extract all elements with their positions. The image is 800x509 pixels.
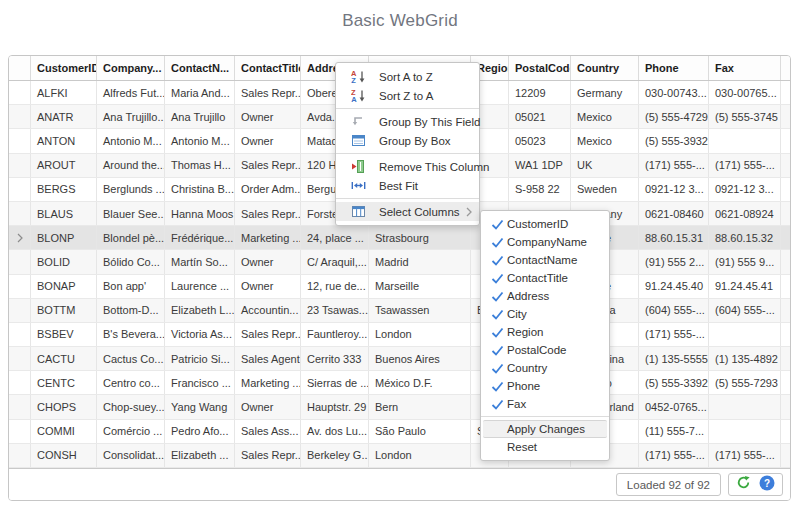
grid-row-BSBEV[interactable]: BSBEVB's Bevera...Victoria As...Sales Re… xyxy=(9,323,790,347)
cell-BOTTM-contactn[interactable]: Elizabeth L... xyxy=(165,299,235,322)
cell-AROUT-postalcode[interactable]: WA1 1DP xyxy=(509,154,571,177)
cell-ANTON-phone[interactable]: (5) 555-3932 xyxy=(639,129,709,152)
header-cell-customerid[interactable]: CustomerID xyxy=(31,56,97,80)
cell-CACTU-city[interactable]: Buenos Aires xyxy=(369,347,471,370)
cell-BLONP-city[interactable]: Strasbourg xyxy=(369,226,471,249)
cell-BOLID-company[interactable]: Bólido Co... xyxy=(97,250,165,273)
cell-CONSH-company[interactable]: Consolidat... xyxy=(97,444,165,467)
cell-CACTU-customerid[interactable]: CACTU xyxy=(31,347,97,370)
cell-BLONP-contacttitle[interactable]: Marketing ... xyxy=(235,226,301,249)
cell-CHOPS-city[interactable]: Bern xyxy=(369,395,471,418)
cell-ALFKI-fax[interactable]: 030-00765... xyxy=(709,81,781,104)
chooser-action-reset[interactable]: Reset xyxy=(481,438,609,456)
cell-BONAP-addre[interactable]: 12, rue de... xyxy=(301,275,369,298)
cell-BOTTM-customerid[interactable]: BOTTM xyxy=(31,299,97,322)
cell-ANATR-company[interactable]: Ana Trujillo... xyxy=(97,105,165,128)
cell-CACTU-contactn[interactable]: Patricio Si... xyxy=(165,347,235,370)
header-cell-company[interactable]: Company... xyxy=(97,56,165,80)
cell-BLAUS-company[interactable]: Blauer See... xyxy=(97,202,165,225)
cell-AROUT-contacttitle[interactable]: Sales Repr... xyxy=(235,154,301,177)
grid-row-BOLID[interactable]: BOLIDBólido Co...Martín So...OwnerC/ Ara… xyxy=(9,250,790,274)
cell-CHOPS-fax[interactable] xyxy=(709,395,781,418)
cell-ANTON-contacttitle[interactable]: Owner xyxy=(235,129,301,152)
chooser-item-fax[interactable]: Fax xyxy=(481,395,609,413)
cell-BONAP-city[interactable]: Marseille xyxy=(369,275,471,298)
grid-row-CHOPS[interactable]: CHOPSChop-suey...Yang WangOwnerHauptstr.… xyxy=(9,395,790,419)
cell-ALFKI-contacttitle[interactable]: Sales Repr... xyxy=(235,81,301,104)
cell-BLAUS-contacttitle[interactable]: Sales Repr... xyxy=(235,202,301,225)
chooser-item-country[interactable]: Country xyxy=(481,359,609,377)
cell-ANATR-contactn[interactable]: Ana Trujillo xyxy=(165,105,235,128)
cell-CHOPS-addre[interactable]: Hauptstr. 29 xyxy=(301,395,369,418)
cell-CENTC-company[interactable]: Centro co... xyxy=(97,371,165,394)
grid-row-BLONP[interactable]: BLONPBlondel pè...Frédérique...Marketing… xyxy=(9,226,790,250)
menu-item-remove-this-column[interactable]: Remove This Column xyxy=(336,157,479,176)
cell-ANTON-customerid[interactable]: ANTON xyxy=(31,129,97,152)
cell-BLONP-customerid[interactable]: BLONP xyxy=(31,226,97,249)
cell-CACTU-company[interactable]: Cactus Co... xyxy=(97,347,165,370)
cell-ANATR-country[interactable]: Mexico xyxy=(571,105,639,128)
cell-CHOPS-contacttitle[interactable]: Owner xyxy=(235,395,301,418)
cell-BONAP-contactn[interactable]: Laurence ... xyxy=(165,275,235,298)
cell-BLAUS-fax[interactable]: 0621-08924 xyxy=(709,202,781,225)
cell-BONAP-contacttitle[interactable]: Owner xyxy=(235,275,301,298)
chooser-item-companyname[interactable]: CompanyName xyxy=(481,233,609,251)
menu-item-best-fit[interactable]: Best Fit xyxy=(336,176,479,195)
header-cell-fax[interactable]: Fax xyxy=(709,56,781,80)
cell-BERGS-contacttitle[interactable]: Order Adm... xyxy=(235,178,301,201)
cell-CACTU-fax[interactable]: (1) 135-4892 xyxy=(709,347,781,370)
cell-BONAP-customerid[interactable]: BONAP xyxy=(31,275,97,298)
cell-AROUT-contactn[interactable]: Thomas H... xyxy=(165,154,235,177)
cell-AROUT-company[interactable]: Around the... xyxy=(97,154,165,177)
cell-BOTTM-phone[interactable]: (604) 555-... xyxy=(639,299,709,322)
cell-AROUT-fax[interactable]: (171) 555-... xyxy=(709,154,781,177)
cell-CONSH-phone[interactable]: (171) 555-... xyxy=(639,444,709,467)
cell-COMMI-contactn[interactable]: Pedro Afo... xyxy=(165,420,235,443)
cell-BLONP-phone[interactable]: 88.60.15.31 xyxy=(639,226,709,249)
menu-item-sort-z-to-a[interactable]: ZASort Z to A xyxy=(336,86,479,105)
cell-BERGS-country[interactable]: Sweden xyxy=(571,178,639,201)
cell-CENTC-fax[interactable]: (5) 555-7293 xyxy=(709,371,781,394)
cell-BERGS-contactn[interactable]: Christina B... xyxy=(165,178,235,201)
cell-BSBEV-contacttitle[interactable]: Sales Repr... xyxy=(235,323,301,346)
cell-CHOPS-company[interactable]: Chop-suey... xyxy=(97,395,165,418)
cell-ANATR-contacttitle[interactable]: Owner xyxy=(235,105,301,128)
cell-ANTON-company[interactable]: Antonio M... xyxy=(97,129,165,152)
cell-BERGS-fax[interactable]: 0921-12 3... xyxy=(709,178,781,201)
chooser-item-city[interactable]: City xyxy=(481,305,609,323)
cell-CENTC-city[interactable]: México D.F. xyxy=(369,371,471,394)
menu-item-group-by-box[interactable]: Group By Box xyxy=(336,131,479,150)
cell-BOTTM-addre[interactable]: 23 Tsawas... xyxy=(301,299,369,322)
cell-BSBEV-city[interactable]: London xyxy=(369,323,471,346)
cell-BERGS-company[interactable]: Berglunds ... xyxy=(97,178,165,201)
cell-CONSH-contactn[interactable]: Elizabeth ... xyxy=(165,444,235,467)
cell-ALFKI-postalcode[interactable]: 12209 xyxy=(509,81,571,104)
cell-BERGS-phone[interactable]: 0921-12 3... xyxy=(639,178,709,201)
grid-row-BOTTM[interactable]: BOTTMBottom-D...Elizabeth L...Accountin.… xyxy=(9,299,790,323)
cell-BOLID-customerid[interactable]: BOLID xyxy=(31,250,97,273)
cell-BOLID-phone[interactable]: (91) 555 2... xyxy=(639,250,709,273)
cell-BOLID-contacttitle[interactable]: Owner xyxy=(235,250,301,273)
cell-BSBEV-company[interactable]: B's Bevera... xyxy=(97,323,165,346)
cell-BONAP-phone[interactable]: 91.24.45.40 xyxy=(639,275,709,298)
cell-CONSH-contacttitle[interactable]: Sales Repr... xyxy=(235,444,301,467)
cell-CONSH-addre[interactable]: Berkeley G... xyxy=(301,444,369,467)
grid-row-BONAP[interactable]: BONAPBon app'Laurence ...Owner12, rue de… xyxy=(9,275,790,299)
cell-CHOPS-contactn[interactable]: Yang Wang xyxy=(165,395,235,418)
menu-item-sort-a-to-z[interactable]: AZSort A to Z xyxy=(336,67,479,86)
cell-ANTON-postalcode[interactable]: 05023 xyxy=(509,129,571,152)
cell-BSBEV-addre[interactable]: Fauntleroy... xyxy=(301,323,369,346)
cell-BERGS-postalcode[interactable]: S-958 22 xyxy=(509,178,571,201)
cell-COMMI-customerid[interactable]: COMMI xyxy=(31,420,97,443)
cell-COMMI-city[interactable]: São Paulo xyxy=(369,420,471,443)
cell-ANTON-country[interactable]: Mexico xyxy=(571,129,639,152)
cell-COMMI-fax[interactable] xyxy=(709,420,781,443)
cell-COMMI-addre[interactable]: Av. dos Lu... xyxy=(301,420,369,443)
cell-BSBEV-phone[interactable]: (171) 555-... xyxy=(639,323,709,346)
cell-BOTTM-company[interactable]: Bottom-D... xyxy=(97,299,165,322)
grid-row-CACTU[interactable]: CACTUCactus Co...Patricio Si...Sales Age… xyxy=(9,347,790,371)
cell-BSBEV-customerid[interactable]: BSBEV xyxy=(31,323,97,346)
cell-COMMI-phone[interactable]: (11) 555-7... xyxy=(639,420,709,443)
cell-BSBEV-contactn[interactable]: Victoria As... xyxy=(165,323,235,346)
cell-ANATR-fax[interactable]: (5) 555-3745 xyxy=(709,105,781,128)
